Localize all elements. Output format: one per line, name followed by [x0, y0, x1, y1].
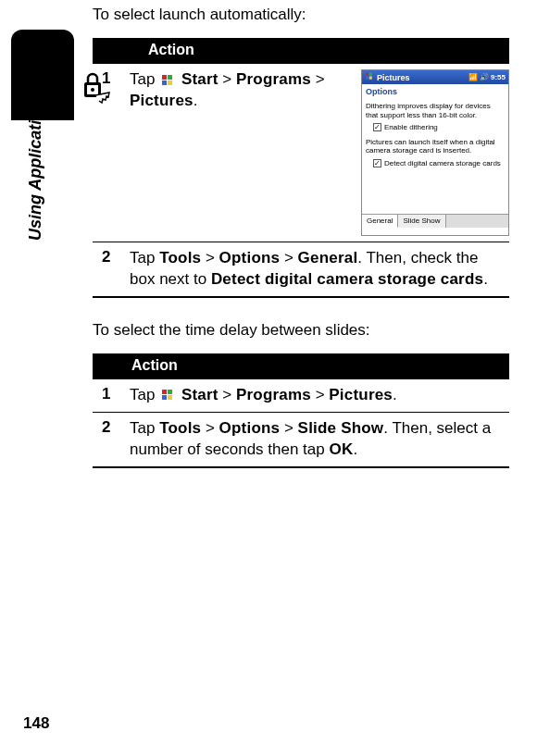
section1-step1: 1 Tap Start > Programs > Pictures. Pictu… — [93, 64, 509, 242]
svg-rect-6 — [168, 81, 172, 85]
windows-flag-icon — [161, 389, 175, 402]
svg-rect-14 — [168, 395, 172, 400]
svg-rect-7 — [366, 73, 368, 76]
checkbox-icon: ✓ — [373, 159, 381, 167]
section2-step2: 2 Tap Tools > Options > Slide Show. Then… — [93, 413, 509, 468]
step-text: Tap Tools > Options > Slide Show. Then, … — [130, 418, 509, 461]
ss-tab-general: General — [362, 215, 398, 228]
step-text: Tap Tools > Options > General. Then, che… — [130, 248, 509, 291]
svg-rect-11 — [162, 390, 167, 394]
svg-rect-12 — [168, 390, 172, 394]
step-number: 2 — [93, 418, 130, 461]
svg-rect-4 — [168, 75, 172, 80]
device-screenshot: Pictures 📶 🔊 9:55 Options Dithering impr… — [361, 69, 509, 236]
svg-rect-9 — [366, 77, 368, 80]
sound-icon: 🔊 — [480, 73, 489, 81]
ss-options-label: Options — [362, 84, 508, 99]
ss-text2: Pictures can launch itself when a digita… — [366, 138, 505, 155]
ss-time: 9:55 — [491, 73, 506, 81]
signal-icon: 📶 — [468, 73, 478, 81]
ss-check1-label: Enable dithering — [384, 123, 438, 132]
ss-text1: Dithering improves display for devices t… — [366, 102, 505, 119]
ss-title: Pictures — [377, 73, 410, 82]
step-text: Tap Start > Programs > Pictures. — [130, 69, 356, 236]
windows-flag-icon — [161, 74, 175, 87]
intro-text-1: To select launch automatically: — [93, 6, 509, 24]
section-label: Using Applications — [26, 91, 45, 241]
svg-rect-13 — [162, 395, 167, 400]
action-header-2: Action — [93, 353, 509, 379]
windows-flag-icon — [365, 72, 374, 82]
section1-step2: 2 Tap Tools > Options > General. Then, c… — [93, 242, 509, 298]
section2-step1: 1 Tap Start > Programs > Pictures. — [93, 379, 509, 413]
svg-rect-8 — [369, 73, 372, 76]
step-text: Tap Start > Programs > Pictures. — [130, 385, 509, 406]
ss-tab-slideshow: Slide Show — [398, 215, 445, 228]
page-number: 148 — [23, 714, 49, 733]
step-number: 1 — [93, 385, 130, 406]
intro-text-2: To select the time delay between slides: — [93, 321, 509, 340]
svg-rect-3 — [162, 75, 167, 80]
svg-rect-10 — [369, 77, 372, 80]
step-number: 1 — [93, 69, 130, 236]
ss-check2-label: Detect digital camera storage cards — [384, 159, 501, 168]
checkbox-icon: ✓ — [373, 123, 381, 131]
action-header-1: Action — [93, 38, 509, 64]
step-number: 2 — [93, 248, 130, 291]
svg-rect-5 — [162, 81, 167, 85]
